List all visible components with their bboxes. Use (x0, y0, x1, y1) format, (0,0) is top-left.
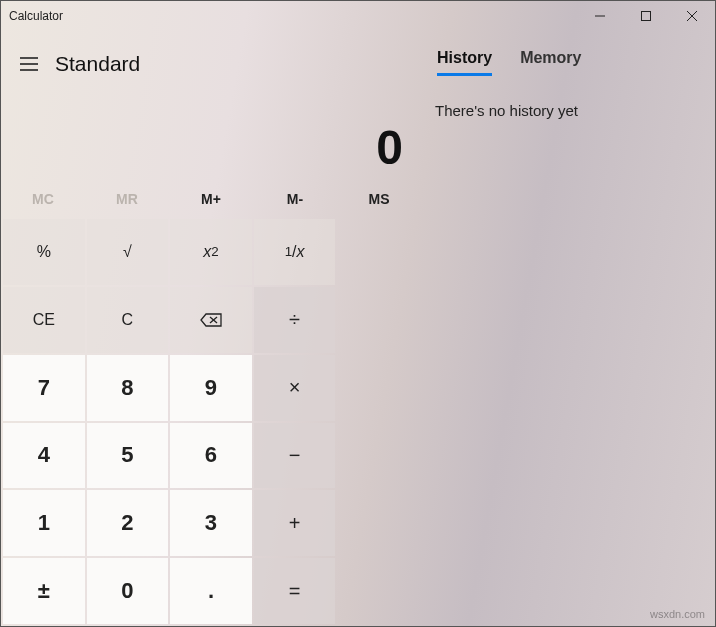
memory-add-button[interactable]: M+ (169, 181, 253, 217)
square-sup: 2 (211, 244, 218, 259)
memory-row: MC MR M+ M- MS (1, 181, 421, 217)
digit-6-button[interactable]: 6 (170, 423, 252, 489)
window-title: Calculator (9, 9, 63, 23)
digit-5-button[interactable]: 5 (87, 423, 169, 489)
history-empty-message: There's no history yet (433, 102, 703, 119)
digit-0-button[interactable]: 0 (87, 558, 169, 624)
clear-button[interactable]: C (87, 287, 169, 353)
tab-memory[interactable]: Memory (520, 49, 581, 76)
titlebar: Calculator (1, 1, 715, 31)
backspace-button[interactable] (170, 287, 252, 353)
memory-clear-button[interactable]: MC (1, 181, 85, 217)
mode-label[interactable]: Standard (55, 52, 140, 76)
maximize-button[interactable] (623, 1, 669, 31)
digit-1-button[interactable]: 1 (3, 490, 85, 556)
display-value: 0 (376, 120, 403, 175)
square-x: x (203, 243, 211, 261)
calculator-panel: Standard 0 MC MR M+ M- MS % √ x2 1/x CE … (1, 31, 421, 626)
subtract-button[interactable]: − (254, 423, 336, 489)
square-button[interactable]: x2 (170, 219, 252, 285)
display: 0 (1, 91, 421, 181)
recip-one: 1 (285, 244, 292, 259)
tabs: History Memory (433, 37, 703, 76)
memory-recall-button[interactable]: MR (85, 181, 169, 217)
digit-2-button[interactable]: 2 (87, 490, 169, 556)
digit-9-button[interactable]: 9 (170, 355, 252, 421)
divide-button[interactable]: ÷ (254, 287, 336, 353)
decimal-button[interactable]: . (170, 558, 252, 624)
digit-3-button[interactable]: 3 (170, 490, 252, 556)
memory-store-button[interactable]: MS (337, 181, 421, 217)
svg-rect-1 (642, 12, 651, 21)
digit-8-button[interactable]: 8 (87, 355, 169, 421)
add-button[interactable]: + (254, 490, 336, 556)
side-panel: History Memory There's no history yet (421, 31, 715, 626)
minimize-button[interactable] (577, 1, 623, 31)
minimize-icon (595, 11, 605, 21)
mode-row: Standard (1, 31, 421, 91)
hamburger-icon (20, 57, 38, 71)
tab-history[interactable]: History (437, 49, 492, 76)
equals-button[interactable]: = (254, 558, 336, 624)
clear-entry-button[interactable]: CE (3, 287, 85, 353)
percent-button[interactable]: % (3, 219, 85, 285)
memory-subtract-button[interactable]: M- (253, 181, 337, 217)
backspace-icon (200, 313, 222, 327)
maximize-icon (641, 11, 651, 21)
sign-button[interactable]: ± (3, 558, 85, 624)
sqrt-button[interactable]: √ (87, 219, 169, 285)
digit-4-button[interactable]: 4 (3, 423, 85, 489)
window-controls (577, 1, 715, 31)
digit-7-button[interactable]: 7 (3, 355, 85, 421)
recip-x: x (297, 243, 305, 261)
close-icon (687, 11, 697, 21)
reciprocal-button[interactable]: 1/x (254, 219, 336, 285)
calculator-window: Calculator Standard 0 (0, 0, 716, 627)
menu-button[interactable] (9, 44, 49, 84)
content-area: Standard 0 MC MR M+ M- MS % √ x2 1/x CE … (1, 31, 715, 626)
watermark: wsxdn.com (650, 608, 705, 620)
close-button[interactable] (669, 1, 715, 31)
keypad: % √ x2 1/x CE C ÷ 7 8 9 × 4 5 6 (1, 217, 421, 626)
multiply-button[interactable]: × (254, 355, 336, 421)
